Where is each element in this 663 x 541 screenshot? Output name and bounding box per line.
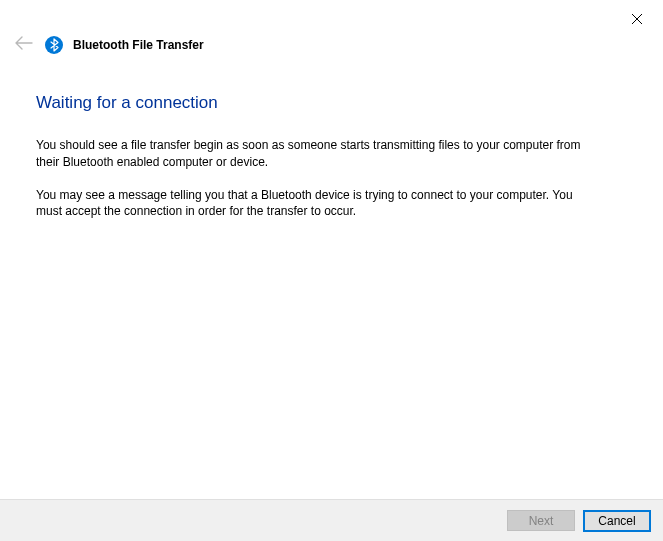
close-button[interactable] [617, 4, 657, 34]
page-heading: Waiting for a connection [36, 93, 627, 113]
wizard-footer: Next Cancel [0, 499, 663, 541]
bluetooth-icon [45, 36, 63, 54]
back-arrow-icon [13, 34, 35, 55]
instruction-text-1: You should see a file transfer begin as … [36, 137, 596, 171]
window-title: Bluetooth File Transfer [73, 38, 204, 52]
wizard-content: Waiting for a connection You should see … [0, 55, 663, 220]
next-button: Next [507, 510, 575, 531]
cancel-button[interactable]: Cancel [583, 510, 651, 532]
wizard-header: Bluetooth File Transfer [0, 0, 663, 55]
instruction-text-2: You may see a message telling you that a… [36, 187, 596, 221]
close-icon [632, 14, 642, 24]
